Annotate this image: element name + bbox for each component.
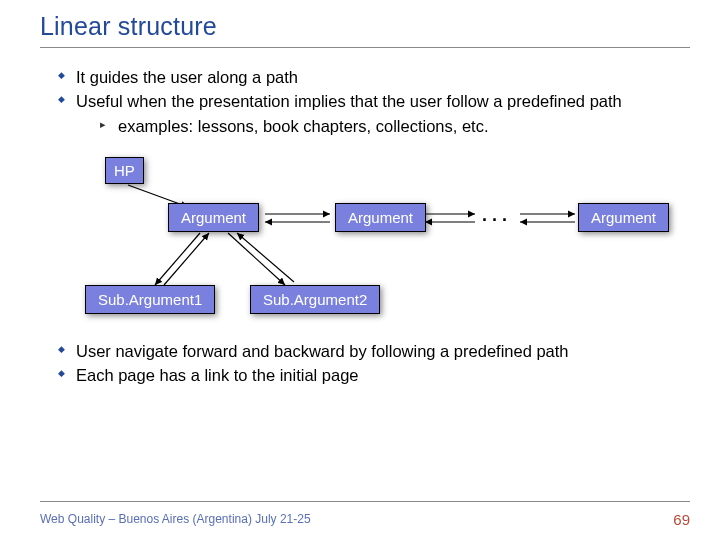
node-subargument: Sub.Argument2	[250, 285, 380, 314]
sub-bullet-list: examples: lessons, book chapters, collec…	[76, 115, 690, 137]
node-argument: Argument	[578, 203, 669, 232]
node-argument: Argument	[168, 203, 259, 232]
node-argument: Argument	[335, 203, 426, 232]
svg-line-8	[164, 233, 209, 285]
bullet-item: It guides the user along a path	[58, 66, 690, 88]
bullet-text: Each page has a link to the initial page	[76, 366, 359, 384]
bullet-text: Useful when the presentation implies tha…	[76, 92, 622, 110]
diagram: HP Argument Argument . . . Argument Sub.…	[40, 155, 690, 330]
bullet-text: User navigate forward and backward by fo…	[76, 342, 569, 360]
bullet-list-bottom: User navigate forward and backward by fo…	[40, 340, 690, 387]
bullet-item: Each page has a link to the initial page	[58, 364, 690, 386]
svg-line-9	[228, 233, 285, 285]
svg-line-7	[155, 233, 200, 285]
sub-bullet-item: examples: lessons, book chapters, collec…	[100, 115, 690, 137]
footer-text: Web Quality – Buenos Aires (Argentina) J…	[40, 512, 311, 526]
page-number: 69	[673, 511, 690, 528]
sub-bullet-text: examples: lessons, book chapters, collec…	[118, 117, 489, 135]
svg-line-10	[237, 233, 294, 282]
node-hp: HP	[105, 157, 144, 184]
footer-rule	[40, 501, 690, 502]
bullet-text: It guides the user along a path	[76, 68, 298, 86]
title-rule	[40, 47, 690, 48]
bullet-item: User navigate forward and backward by fo…	[58, 340, 690, 362]
bullet-item: Useful when the presentation implies tha…	[58, 90, 690, 137]
slide-title: Linear structure	[40, 12, 690, 41]
node-ellipsis: . . .	[482, 205, 507, 226]
slide: Linear structure It guides the user alon…	[0, 0, 720, 540]
bullet-list-top: It guides the user along a path Useful w…	[40, 66, 690, 137]
node-subargument: Sub.Argument1	[85, 285, 215, 314]
